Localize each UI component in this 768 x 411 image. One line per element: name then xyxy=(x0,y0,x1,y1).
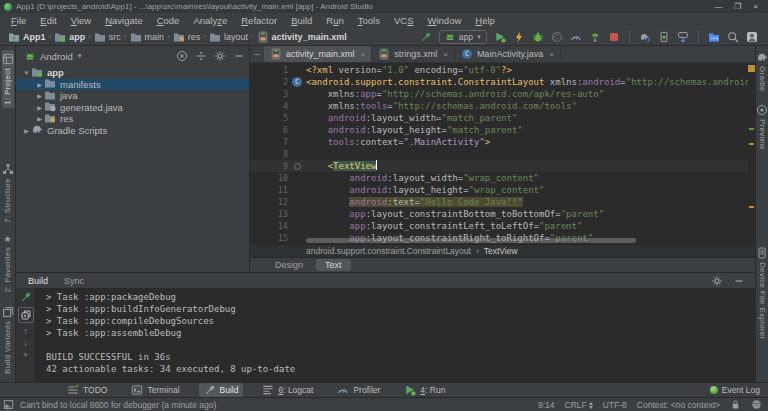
horizontal-scrollbar[interactable] xyxy=(306,238,636,243)
editor-tab-activity-main-xml[interactable]: activity_main.xml× xyxy=(264,46,372,62)
project-view-selector[interactable]: Android xyxy=(40,51,73,62)
code-line[interactable]: 11 android:layout_height="wrap_content" xyxy=(250,184,748,196)
menu-analyze[interactable]: Analyze xyxy=(186,13,234,28)
collapse-arrow-icon[interactable]: ▶ xyxy=(22,127,31,134)
arrow-up-icon[interactable]: ↑ xyxy=(23,327,28,335)
menu-refactor[interactable]: Refactor xyxy=(234,13,284,28)
project-structure-button[interactable] xyxy=(708,31,720,43)
breadcrumb-app1[interactable]: App1 xyxy=(8,31,46,43)
stripe-mark-yellow[interactable] xyxy=(749,143,754,145)
collapse-arrow-icon[interactable]: ▶ xyxy=(35,115,44,122)
menu-file[interactable]: File xyxy=(4,13,33,28)
run-configuration-select[interactable]: app▼ xyxy=(439,30,487,44)
menu-vcs[interactable]: VCS xyxy=(387,13,421,28)
menu-code[interactable]: Code xyxy=(150,13,187,28)
collapse-all-icon[interactable] xyxy=(176,50,188,62)
toolwindow-button-6-logcat[interactable]: 6: Logcat xyxy=(257,383,318,397)
hide-tabs-icon[interactable]: ─ xyxy=(250,46,264,62)
tool-window-button-preview[interactable]: Preview xyxy=(756,101,768,153)
breadcrumb-main[interactable]: main xyxy=(130,31,165,43)
tree-item-res[interactable]: ▶res xyxy=(16,113,249,125)
sdk-manager-button[interactable] xyxy=(677,31,689,43)
code-line[interactable]: 14 app:layout_constraintLeft_toLeftOf="p… xyxy=(250,220,748,232)
arrow-down-icon[interactable]: ↓ xyxy=(23,339,28,347)
tool-window-button-gradle[interactable]: Gradle xyxy=(756,48,768,95)
editor-tab-strings-xml[interactable]: strings.xml× xyxy=(372,46,455,62)
maximize-button[interactable]: ❐ xyxy=(734,1,741,13)
menu-edit[interactable]: Edit xyxy=(33,13,63,28)
stop-button[interactable] xyxy=(608,31,620,43)
code-line[interactable]: 6 android:layout_height="match_parent" xyxy=(250,124,748,136)
tool-window-button-build-variants[interactable]: Build Variants xyxy=(2,303,14,377)
xml-breadcrumb-item[interactable]: android.support.constraint.ConstraintLay… xyxy=(306,246,471,256)
status-message[interactable]: Can't bind to local 8600 for debugger (a… xyxy=(20,400,532,410)
hide-icon[interactable] xyxy=(233,50,245,62)
gear-icon[interactable] xyxy=(214,50,226,62)
tool-window-button-7-structure[interactable]: 7: Structure xyxy=(2,160,14,226)
avd-manager-button[interactable] xyxy=(658,31,670,43)
editor-tab-mainactivity-java[interactable]: CMainActivity.java× xyxy=(455,46,561,62)
code-line[interactable]: 2C<android.support.constraint.Constraint… xyxy=(250,76,748,88)
toolwindow-button-build[interactable]: Build xyxy=(199,383,244,397)
debug-button[interactable] xyxy=(532,31,544,43)
breadcrumb-app[interactable]: app xyxy=(54,31,85,43)
layers-icon[interactable] xyxy=(18,307,34,323)
expand-arrow-icon[interactable]: ▼ xyxy=(22,70,31,76)
code-line[interactable]: 8 xyxy=(250,148,748,160)
code-line[interactable]: 12 android:text="Hello Code Java!!" xyxy=(250,196,748,208)
close-tab-icon[interactable]: × xyxy=(443,50,448,59)
build-tab-sync[interactable]: Sync xyxy=(64,276,84,286)
build-tab-build[interactable]: Build xyxy=(28,276,48,286)
tool-window-button-device-file-explorer[interactable]: Device File Explorer xyxy=(756,244,768,343)
mode-tab-text[interactable]: Text xyxy=(316,259,351,271)
split-icon[interactable] xyxy=(195,50,207,62)
lock-icon[interactable] xyxy=(730,399,741,410)
tool-window-button-1-project[interactable]: 1: Project xyxy=(2,50,14,108)
code-line[interactable]: 13 app:layout_constraintBottom_toBottomO… xyxy=(250,208,748,220)
xml-breadcrumb-item[interactable]: TextView xyxy=(484,246,518,256)
fold-marker-icon[interactable] xyxy=(294,163,301,170)
search-everywhere-button[interactable] xyxy=(727,31,739,43)
close-tab-icon[interactable]: × xyxy=(549,50,554,59)
attach-debugger-button[interactable] xyxy=(589,31,601,43)
inspections-profile-icon[interactable] xyxy=(751,399,762,410)
menu-view[interactable]: View xyxy=(64,13,98,28)
context-indicator[interactable]: Context: <no context> xyxy=(637,400,720,410)
run-button[interactable] xyxy=(494,31,506,43)
collapse-arrow-icon[interactable]: ▶ xyxy=(35,81,44,88)
close-button[interactable]: × xyxy=(753,1,758,13)
menu-run[interactable]: Run xyxy=(319,13,350,28)
close-tab-icon[interactable]: × xyxy=(361,50,366,59)
build-project-button[interactable] xyxy=(420,31,432,43)
event-log-button[interactable]: Event Log xyxy=(710,385,760,395)
avatar-button[interactable] xyxy=(746,31,758,43)
inspection-indicator[interactable] xyxy=(748,65,755,72)
tree-item-gradle-scripts[interactable]: ▶Gradle Scripts xyxy=(16,125,249,137)
code-line[interactable]: 10 android:layout_width="wrap_content" xyxy=(250,172,748,184)
gear-icon[interactable] xyxy=(711,275,723,287)
bolt-button[interactable] xyxy=(513,31,525,43)
collapse-arrow-icon[interactable]: ▶ xyxy=(35,92,44,99)
tool-window-button-2-favorites[interactable]: ★2: Favorites xyxy=(3,232,12,295)
breadcrumb-res[interactable]: res xyxy=(173,31,201,43)
breadcrumb-src[interactable]: src xyxy=(94,31,121,43)
error-stripe[interactable] xyxy=(748,63,755,244)
code-line[interactable]: 5 android:layout_width="match_parent" xyxy=(250,112,748,124)
stripe-mark-yellow[interactable] xyxy=(749,206,754,208)
menu-window[interactable]: Window xyxy=(420,13,468,28)
menu-tools[interactable]: Tools xyxy=(351,13,387,28)
coverage-button[interactable]: C xyxy=(551,31,563,43)
stripe-mark-green[interactable] xyxy=(749,128,754,130)
encoding-selector[interactable]: UTF-8 xyxy=(603,400,627,410)
hammer-green-icon[interactable] xyxy=(20,291,32,303)
code-line[interactable]: 9 <TextView xyxy=(250,160,748,172)
chevrons-icon[interactable]: » xyxy=(23,351,27,359)
profiler-button[interactable] xyxy=(570,31,582,43)
toolwindow-button-4-run[interactable]: 4: Run xyxy=(399,383,450,397)
toolwindow-button-profiler[interactable]: Profiler xyxy=(332,383,385,397)
mode-tab-design[interactable]: Design xyxy=(266,259,312,271)
toolwindow-button-terminal[interactable]: Terminal xyxy=(126,383,184,397)
menu-navigate[interactable]: Navigate xyxy=(98,13,150,28)
toolwindow-button-todo[interactable]: TODO xyxy=(62,383,112,397)
minimize-button[interactable]: — xyxy=(714,1,722,13)
